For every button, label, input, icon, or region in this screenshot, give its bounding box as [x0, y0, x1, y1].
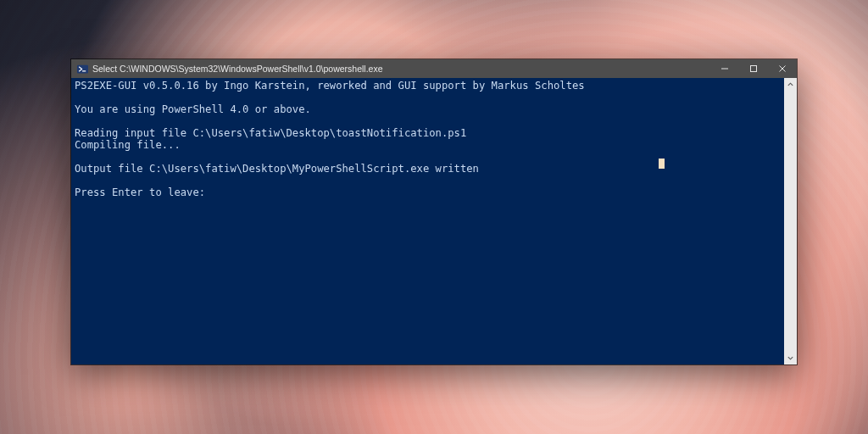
window-title: Select C:\WINDOWS\System32\WindowsPowerS…	[92, 64, 383, 74]
vertical-scrollbar[interactable]	[784, 78, 797, 364]
console-line: Reading input file C:\Users\fatiw\Deskto…	[75, 127, 781, 139]
scroll-down-button[interactable]	[784, 352, 797, 364]
maximize-button[interactable]	[739, 59, 768, 78]
console-line: PS2EXE-GUI v0.5.0.16 by Ingo Karstein, r…	[75, 80, 781, 92]
console-line: You are using PowerShell 4.0 or above.	[75, 103, 781, 115]
console-line	[75, 92, 781, 103]
scroll-up-button[interactable]	[784, 78, 797, 91]
console-line	[75, 151, 781, 163]
console-area: PS2EXE-GUI v0.5.0.16 by Ingo Karstein, r…	[71, 78, 797, 364]
titlebar[interactable]: Select C:\WINDOWS\System32\WindowsPowerS…	[71, 59, 797, 78]
console-output[interactable]: PS2EXE-GUI v0.5.0.16 by Ingo Karstein, r…	[71, 78, 784, 364]
powershell-window: Select C:\WINDOWS\System32\WindowsPowerS…	[71, 59, 797, 364]
close-button[interactable]	[768, 59, 797, 78]
svg-rect-0	[77, 64, 88, 73]
console-line: Press Enter to leave:	[75, 186, 781, 198]
powershell-icon	[76, 63, 88, 75]
console-line: Compiling file...	[75, 139, 781, 151]
console-line	[75, 175, 781, 186]
minimize-button[interactable]	[710, 59, 739, 78]
console-line: Output file C:\Users\fatiw\Desktop\MyPow…	[75, 163, 781, 175]
svg-rect-3	[751, 66, 757, 72]
scrollbar-track[interactable]	[784, 91, 797, 352]
console-line	[75, 115, 781, 127]
selection-cursor	[659, 159, 665, 169]
